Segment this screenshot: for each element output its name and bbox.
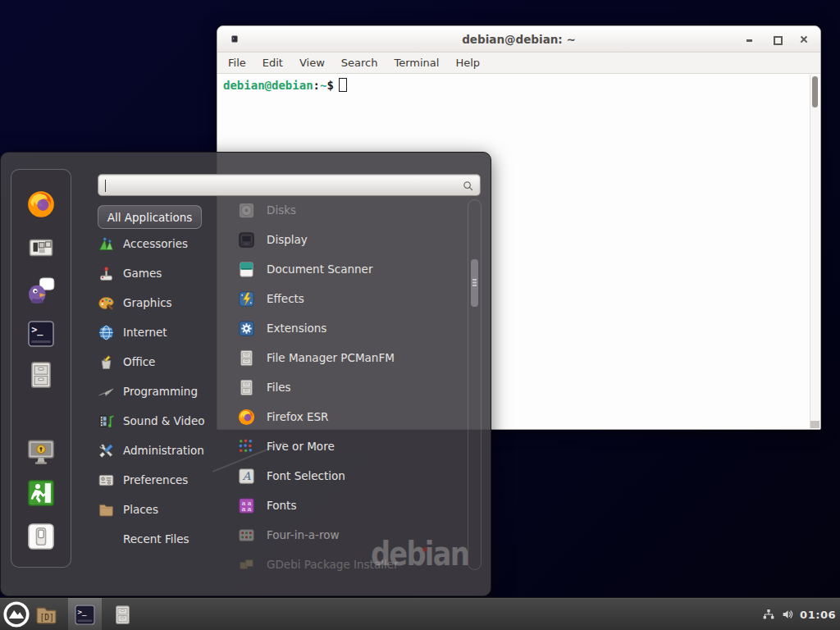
category-places[interactable]: Places: [98, 495, 233, 524]
application-list: Disks Display Document Scanner Effects E…: [237, 195, 465, 579]
terminal-icon: [25, 318, 57, 349]
favorite-settings-panel[interactable]: [25, 232, 57, 263]
terminal-scrollbar[interactable]: [810, 75, 819, 428]
four-in-a-row-icon: [237, 526, 256, 545]
shutdown-icon: [25, 521, 57, 552]
app-firefox-esr[interactable]: Firefox ESR: [237, 402, 465, 431]
search-icon: [462, 180, 474, 192]
app-files[interactable]: Files: [237, 372, 465, 402]
clock[interactable]: 01:06: [800, 609, 836, 621]
file-cabinet-icon: [25, 359, 57, 390]
app-display[interactable]: Display: [237, 225, 465, 254]
accessories-icon: [98, 235, 115, 253]
app-font-selection[interactable]: Font Selection: [237, 461, 465, 491]
font-selection-icon: [237, 467, 256, 486]
text-caret: [105, 180, 106, 192]
recent-files-spacer: [98, 531, 115, 548]
menu-terminal[interactable]: Terminal: [386, 54, 447, 71]
extensions-gear-icon: [237, 319, 256, 338]
minimize-button-icon[interactable]: [745, 34, 755, 44]
preferences-icon: [98, 472, 115, 489]
pidgin-icon: [25, 275, 57, 306]
sound-video-icon: [98, 413, 115, 430]
app-four-in-a-row[interactable]: Four-in-a-row: [237, 520, 465, 550]
terminal-icon: [73, 603, 97, 627]
programming-icon: [98, 383, 115, 400]
display-icon: [237, 231, 256, 249]
category-accessories[interactable]: Accessories: [98, 229, 233, 258]
terminal-menubar: File Edit View Search Terminal Help: [217, 52, 820, 74]
app-disks[interactable]: Disks: [237, 195, 465, 225]
firefox-icon: [237, 408, 256, 427]
category-list: Accessories Games Graphics Internet Offi…: [98, 229, 233, 554]
favorite-logout[interactable]: [25, 477, 57, 509]
terminal-scrollbar-thumb[interactable]: [812, 76, 818, 107]
app-effects[interactable]: Effects: [237, 284, 465, 313]
menu-help[interactable]: Help: [447, 54, 488, 71]
favorite-lock-screen[interactable]: [25, 436, 57, 467]
system-tray: 01:06: [762, 598, 836, 630]
category-internet[interactable]: Internet: [98, 317, 233, 347]
gdebi-icon: [237, 555, 256, 574]
category-sound-video[interactable]: Sound & Video: [98, 406, 233, 436]
office-icon: [98, 354, 115, 371]
control-panel-icon: [25, 232, 57, 263]
menu-scrollbar[interactable]: [468, 199, 482, 570]
all-applications-button[interactable]: All Applications: [98, 205, 202, 229]
logout-icon: [25, 477, 57, 509]
search-input[interactable]: [98, 174, 481, 196]
menu-search[interactable]: Search: [333, 54, 386, 71]
menu-edit[interactable]: Edit: [254, 54, 291, 71]
category-recent-files[interactable]: Recent Files: [98, 524, 233, 554]
terminal-titlebar[interactable]: debian@debian: ~: [217, 26, 820, 52]
taskbar-folder-d-icon[interactable]: [34, 603, 58, 627]
category-graphics[interactable]: Graphics: [98, 288, 233, 317]
taskbar: 01:06: [0, 597, 840, 630]
category-programming[interactable]: Programming: [98, 377, 233, 406]
favorite-files[interactable]: [25, 359, 57, 390]
favorites-panel: [11, 169, 71, 568]
terminal-resize-grip[interactable]: [810, 421, 819, 428]
document-scanner-icon: [237, 260, 256, 279]
menu-view[interactable]: View: [291, 54, 333, 71]
app-five-or-more[interactable]: Five or More: [237, 431, 465, 461]
app-gdebi-package-installer[interactable]: GDebi Package Installer: [237, 550, 465, 579]
menu-file[interactable]: File: [220, 54, 254, 71]
prompt-user-host: debian@debian: [223, 79, 313, 92]
maximize-button-icon[interactable]: [772, 34, 782, 44]
file-cabinet-icon: [237, 349, 256, 368]
menu-scrollbar-thumb[interactable]: [471, 259, 478, 307]
five-or-more-icon: [237, 437, 256, 456]
favorite-shutdown[interactable]: [25, 521, 57, 552]
firefox-icon: [25, 189, 57, 220]
favorite-firefox[interactable]: [25, 189, 57, 220]
favorite-pidgin[interactable]: [25, 275, 57, 306]
app-fonts[interactable]: Fonts: [237, 491, 465, 520]
application-menu: debian All Applications Accessories Game…: [0, 152, 491, 596]
window-title: debian@debian: ~: [217, 33, 820, 46]
network-icon[interactable]: [762, 608, 775, 621]
administration-icon: [98, 442, 115, 459]
lock-screen-icon: [25, 436, 57, 467]
app-document-scanner[interactable]: Document Scanner: [237, 254, 465, 284]
graphics-icon: [98, 294, 115, 312]
volume-icon[interactable]: [781, 608, 794, 621]
file-cabinet-icon: [237, 378, 256, 397]
category-games[interactable]: Games: [98, 258, 233, 288]
favorite-terminal[interactable]: [25, 318, 57, 349]
prompt-colon: :: [313, 79, 320, 92]
games-icon: [98, 265, 115, 282]
terminal-cursor: [339, 78, 347, 92]
menu-button[interactable]: [2, 600, 30, 628]
category-office[interactable]: Office: [98, 347, 233, 377]
disks-icon: [237, 201, 256, 220]
taskbar-files-button[interactable]: [112, 603, 134, 627]
category-administration[interactable]: Administration: [98, 436, 233, 465]
prompt-dollar: $: [326, 79, 333, 92]
category-preferences[interactable]: Preferences: [98, 465, 233, 495]
close-button-icon[interactable]: [799, 34, 809, 44]
effects-icon: [237, 290, 256, 308]
app-file-manager-pcmanfm[interactable]: File Manager PCManFM: [237, 343, 465, 372]
app-extensions[interactable]: Extensions: [237, 313, 465, 343]
taskbar-terminal-button[interactable]: [68, 598, 102, 630]
